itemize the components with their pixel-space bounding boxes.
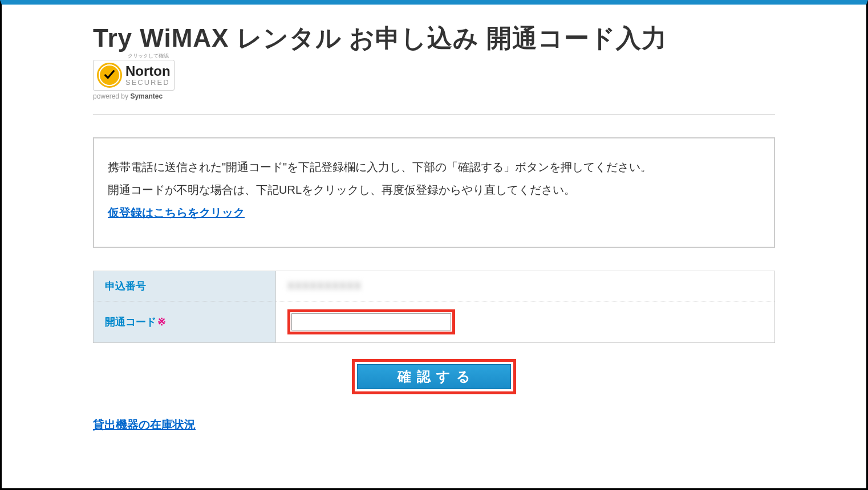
- page-title: Try WiMAX レンタル お申し込み 開通コード入力: [93, 22, 775, 55]
- instruction-line-2: 開通コードが不明な場合は、下記URLをクリックし、再度仮登録からやり直してくださ…: [108, 178, 760, 201]
- activation-code-highlight: [287, 309, 455, 334]
- norton-click-hint: クリックして確認: [128, 52, 169, 60]
- instruction-box: 携帯電話に送信された"開通コード"を下記登録欄に入力し、下部の「確認する」ボタン…: [93, 137, 775, 248]
- activation-code-label: 開通コード※: [94, 301, 276, 343]
- confirm-button-highlight: 確認する: [352, 359, 516, 394]
- norton-secured-text: SECURED: [125, 79, 171, 87]
- application-number-value: XXXXXXXXXX: [287, 280, 362, 292]
- button-row: 確認する: [93, 359, 775, 394]
- activation-code-input[interactable]: [291, 313, 451, 330]
- norton-powered-by: powered by Symantec: [93, 92, 175, 100]
- required-mark: ※: [157, 316, 166, 328]
- norton-brand-text: Norton: [125, 64, 171, 79]
- norton-secured-badge[interactable]: クリックして確認 Norton SECURED powered by Syman…: [93, 60, 175, 100]
- application-number-value-cell: XXXXXXXXXX: [276, 271, 775, 301]
- title-divider: [93, 114, 775, 115]
- activation-code-value-cell: [276, 301, 775, 343]
- norton-checkmark-icon: [97, 63, 122, 88]
- application-number-label: 申込番号: [94, 271, 276, 301]
- pre-registration-link[interactable]: 仮登録はこちらをクリック: [108, 206, 245, 219]
- stock-status-link[interactable]: 貸出機器の在庫状況: [93, 418, 196, 431]
- confirm-button[interactable]: 確認する: [357, 364, 511, 389]
- form-table: 申込番号 XXXXXXXXXX 開通コード※: [93, 271, 775, 343]
- instruction-line-1: 携帯電話に送信された"開通コード"を下記登録欄に入力し、下部の「確認する」ボタン…: [108, 156, 760, 178]
